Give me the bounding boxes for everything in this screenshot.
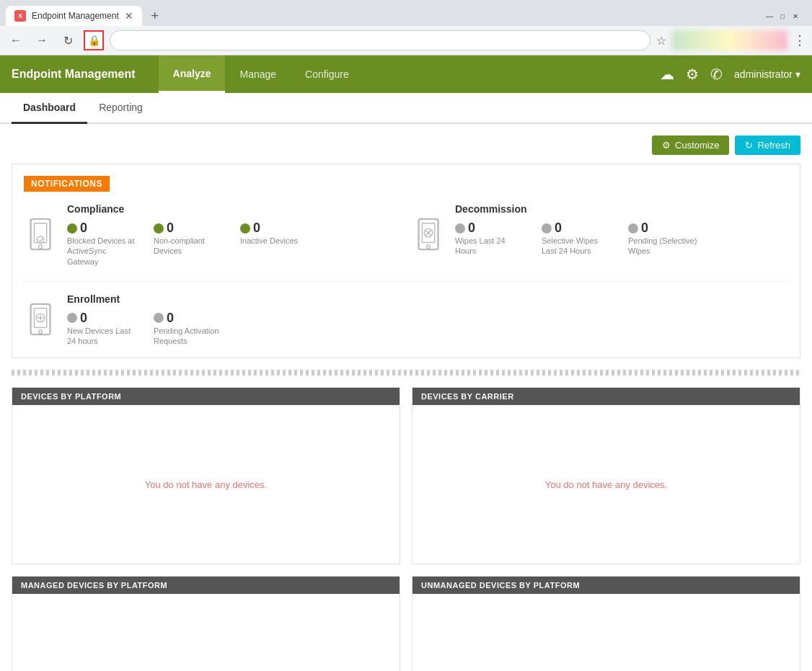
managed-by-platform-panel: MANAGED DEVICES BY PLATFORM xyxy=(12,576,400,671)
decommission-count-1: 0 xyxy=(542,221,614,236)
maximize-button[interactable]: □ xyxy=(777,11,787,21)
enrollment-content: Enrollment 0 New Devices Last 24 hours xyxy=(67,293,788,347)
gray-dot-enroll-1 xyxy=(154,313,164,323)
gray-dot-0 xyxy=(455,223,465,234)
refresh-label: Refresh xyxy=(757,140,790,151)
compliance-content: Compliance 0 Blocked Devices at ActiveSy… xyxy=(67,203,400,267)
compliance-items: 0 Blocked Devices at ActiveSync Gateway … xyxy=(67,221,400,267)
enrollment-item-0: 0 New Devices Last 24 hours xyxy=(67,311,139,347)
support-icon[interactable]: ✆ xyxy=(710,66,723,83)
top-panels-grid: DEVICES BY PLATFORM You do not have any … xyxy=(12,387,800,564)
username-label: administrator xyxy=(734,68,793,80)
devices-by-carrier-empty: You do not have any devices. xyxy=(545,479,667,490)
tab-reporting[interactable]: Reporting xyxy=(87,93,154,124)
app-title: Endpoint Management xyxy=(12,68,136,81)
svg-line-5 xyxy=(40,238,43,241)
nav-item-configure[interactable]: Configure xyxy=(291,55,363,93)
decommission-item-0: 0 Wipes Last 24 Hours xyxy=(455,221,527,257)
svg-rect-1 xyxy=(34,223,46,243)
active-tab[interactable]: X Endpoint Management ✕ xyxy=(6,6,142,26)
decommission-items: 0 Wipes Last 24 Hours 0 Selectiv xyxy=(455,221,788,257)
decommission-label-2: Pending (Selective) Wipes xyxy=(628,236,700,257)
decommission-phone-icon xyxy=(412,203,446,267)
tab-favicon: X xyxy=(14,10,26,22)
compliance-value-2: 0 xyxy=(253,221,260,236)
unmanaged-by-platform-body xyxy=(412,594,800,671)
decommission-item-1: 0 Selective Wipes Last 24 Hours xyxy=(542,221,614,257)
blurred-extension-area xyxy=(672,30,787,50)
enrollment-phone-icon xyxy=(24,293,58,347)
enrollment-items: 0 New Devices Last 24 hours 0 Pe xyxy=(67,311,788,347)
decommission-value-2: 0 xyxy=(641,221,648,236)
decommission-count-2: 0 xyxy=(628,221,700,236)
compliance-count-0: 0 xyxy=(67,221,139,236)
compliance-section: Compliance 0 Blocked Devices at ActiveSy… xyxy=(24,203,400,267)
decommission-label-1: Selective Wipes Last 24 Hours xyxy=(542,236,614,257)
cloud-icon[interactable]: ☁ xyxy=(660,66,674,83)
gray-dot-2 xyxy=(628,223,638,234)
refresh-icon: ↻ xyxy=(745,140,753,151)
notifications-header: NOTIFICATIONS xyxy=(24,176,110,192)
main-content: ⚙ Customize ↻ Refresh NOTIFICATIONS xyxy=(0,124,812,671)
devices-by-platform-body: You do not have any devices. xyxy=(12,405,400,564)
toolbar: ⚙ Customize ↻ Refresh xyxy=(12,135,800,155)
browser-menu-icon[interactable]: ⋮ xyxy=(793,32,806,48)
lock-icon[interactable]: 🔒 xyxy=(84,30,104,50)
compliance-title: Compliance xyxy=(67,203,400,215)
compliance-item-2: 0 Inactive Devices xyxy=(240,221,298,267)
green-dot-0 xyxy=(67,223,77,234)
compliance-phone-icon xyxy=(24,203,58,267)
refresh-button[interactable]: ↻ Refresh xyxy=(735,135,800,155)
back-button[interactable]: ← xyxy=(6,30,26,50)
managed-by-platform-body xyxy=(12,594,400,671)
settings-icon[interactable]: ⚙ xyxy=(686,66,699,83)
user-menu[interactable]: administrator ▾ xyxy=(734,68,800,80)
customize-button[interactable]: ⚙ Customize xyxy=(652,135,729,155)
enrollment-label-0: New Devices Last 24 hours xyxy=(67,326,139,347)
enrollment-title: Enrollment xyxy=(67,293,788,305)
compliance-item-1: 0 Non-compliant Devices xyxy=(154,221,226,267)
svg-point-14 xyxy=(39,330,43,334)
reload-button[interactable]: ↻ xyxy=(58,30,78,50)
compliance-count-1: 0 xyxy=(154,221,226,236)
enrollment-label-1: Pending Activation Requests xyxy=(154,326,226,347)
unmanaged-by-platform-panel: UNMANAGED DEVICES BY PLATFORM xyxy=(412,576,800,671)
tab-dashboard[interactable]: Dashboard xyxy=(12,93,87,124)
compliance-value-0: 0 xyxy=(80,221,87,236)
notifications-section: NOTIFICATIONS xyxy=(12,164,800,358)
browser-chrome: X Endpoint Management ✕ + — □ ✕ ← → ↻ 🔒 … xyxy=(0,0,812,55)
svg-point-2 xyxy=(39,245,43,249)
nav-item-analyze[interactable]: Analyze xyxy=(159,55,226,93)
window-controls: — □ ✕ xyxy=(764,11,806,21)
decommission-item-2: 0 Pending (Selective) Wipes xyxy=(628,221,700,257)
unmanaged-by-platform-header: UNMANAGED DEVICES BY PLATFORM xyxy=(412,577,800,594)
decommission-section: Decommission 0 Wipes Last 24 Hours xyxy=(412,203,788,267)
minimize-button[interactable]: — xyxy=(764,11,775,21)
nav-icons: ☁ ⚙ ✆ administrator ▾ xyxy=(660,66,800,83)
close-window-button[interactable]: ✕ xyxy=(790,11,800,21)
user-dropdown-icon: ▾ xyxy=(795,68,800,80)
enrollment-count-0: 0 xyxy=(67,311,139,326)
decommission-count-0: 0 xyxy=(455,221,527,236)
enrollment-section: Enrollment 0 New Devices Last 24 hours xyxy=(24,281,788,347)
address-bar: ← → ↻ 🔒 ☆ ⋮ xyxy=(0,26,812,55)
decommission-value-1: 0 xyxy=(555,221,562,236)
compliance-label-0: Blocked Devices at ActiveSync Gateway xyxy=(67,236,139,267)
devices-by-carrier-panel: DEVICES BY CARRIER You do not have any d… xyxy=(412,387,800,564)
url-input[interactable] xyxy=(110,30,650,50)
managed-by-platform-header: MANAGED DEVICES BY PLATFORM xyxy=(12,577,400,594)
bookmark-icon[interactable]: ☆ xyxy=(656,34,666,48)
forward-button[interactable]: → xyxy=(32,30,52,50)
content-area: ⚙ Customize ↻ Refresh NOTIFICATIONS xyxy=(0,124,812,671)
new-tab-button[interactable]: + xyxy=(145,6,165,26)
gray-dot-enroll-0 xyxy=(67,313,77,323)
devices-by-carrier-body: You do not have any devices. xyxy=(412,405,800,564)
green-dot-2 xyxy=(240,223,250,234)
devices-by-platform-empty: You do not have any devices. xyxy=(145,479,267,490)
nav-item-manage[interactable]: Manage xyxy=(225,55,291,93)
section-divider xyxy=(12,370,800,376)
compliance-item-0: 0 Blocked Devices at ActiveSync Gateway xyxy=(67,221,139,267)
app-container: Endpoint Management Analyze Manage Confi… xyxy=(0,55,812,671)
enrollment-notif-section: Enrollment 0 New Devices Last 24 hours xyxy=(24,293,788,347)
tab-close-icon[interactable]: ✕ xyxy=(125,10,133,22)
